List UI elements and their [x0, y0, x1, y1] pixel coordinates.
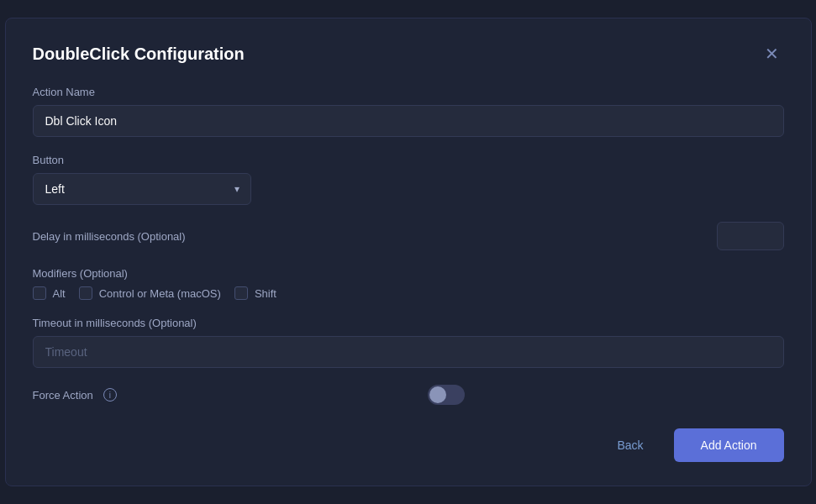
close-button[interactable]: ✕: [761, 42, 784, 66]
button-field: Button Left Middle Right ▾: [33, 154, 784, 205]
toggle-track[interactable]: [428, 385, 465, 405]
modifier-alt: Alt: [33, 286, 66, 300]
timeout-label: Timeout in milliseconds (Optional): [33, 317, 784, 329]
force-action-toggle[interactable]: [428, 385, 465, 405]
button-label: Button: [33, 154, 784, 166]
button-select-wrapper: Left Middle Right ▾: [33, 173, 251, 205]
modifiers-field: Modifiers (Optional) Alt Control or Meta…: [33, 267, 784, 300]
doubleclick-configuration-dialog: DoubleClick Configuration ✕ Action Name …: [5, 18, 812, 486]
modifier-shift: Shift: [234, 286, 276, 300]
timeout-input[interactable]: [33, 336, 784, 368]
action-name-input[interactable]: [33, 105, 784, 137]
shift-checkbox[interactable]: [234, 286, 248, 300]
delay-field: Delay in milliseconds (Optional): [33, 222, 784, 250]
info-icon[interactable]: i: [103, 388, 117, 402]
delay-label: Delay in milliseconds (Optional): [33, 230, 186, 243]
force-action-row: Force Action i: [33, 385, 784, 405]
modifier-control: Control or Meta (macOS): [79, 286, 221, 300]
timeout-field: Timeout in milliseconds (Optional): [33, 317, 784, 368]
dialog-header: DoubleClick Configuration ✕: [33, 42, 784, 66]
modifiers-row: Alt Control or Meta (macOS) Shift: [33, 286, 784, 300]
modifiers-label: Modifiers (Optional): [33, 267, 784, 280]
alt-checkbox[interactable]: [33, 286, 46, 300]
delay-input[interactable]: [717, 222, 784, 250]
alt-label: Alt: [53, 287, 66, 300]
toggle-thumb: [429, 386, 446, 403]
action-name-field: Action Name: [33, 86, 784, 137]
add-action-button[interactable]: Add Action: [674, 428, 784, 462]
control-checkbox[interactable]: [79, 286, 92, 300]
back-button[interactable]: Back: [600, 430, 660, 460]
dialog-title: DoubleClick Configuration: [33, 45, 245, 64]
shift-label: Shift: [255, 287, 276, 300]
control-label: Control or Meta (macOS): [99, 287, 221, 300]
button-select[interactable]: Left Middle Right: [33, 173, 251, 205]
action-name-label: Action Name: [33, 86, 784, 98]
force-action-label: Force Action: [33, 389, 93, 402]
dialog-footer: Back Add Action: [33, 428, 784, 462]
